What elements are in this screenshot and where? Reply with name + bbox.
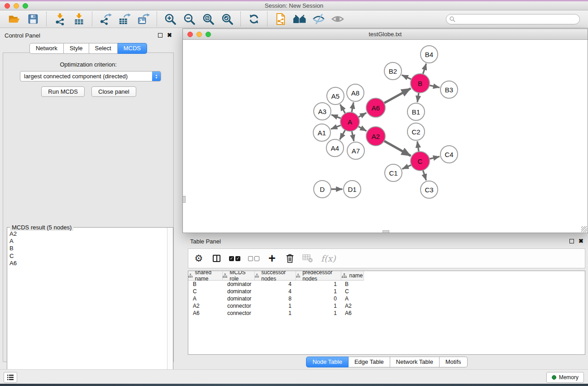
close-panel-button[interactable]: Close panel — [91, 86, 136, 97]
mcds-result-item[interactable]: C — [8, 253, 167, 260]
table-row-A2[interactable]: A2connector11A2 — [188, 302, 585, 310]
tab-node-table[interactable]: Node Table — [306, 357, 349, 367]
desktop-wallpaper-bottom — [0, 384, 588, 386]
graph-node-A7[interactable]: A7 — [347, 142, 365, 160]
tab-mcds[interactable]: MCDS — [118, 43, 147, 54]
graph-node-B4[interactable]: B4 — [420, 45, 438, 63]
export-image-icon[interactable] — [136, 12, 151, 26]
home-layout-icon[interactable] — [292, 12, 307, 26]
mcds-result-item[interactable]: A2 — [8, 230, 167, 238]
cell-shared-name: C — [188, 288, 223, 295]
graph-node-C3[interactable]: C3 — [420, 181, 438, 199]
graph-node-D1[interactable]: D1 — [343, 180, 361, 198]
column-header-predecessor-nodes[interactable]: predecessor nodes — [296, 271, 341, 281]
table-row-B[interactable]: Bdominator41B — [188, 281, 585, 288]
cell-predecessor-nodes: 0 — [296, 295, 341, 302]
tab-network[interactable]: Network — [29, 43, 64, 54]
select-all-icon[interactable]: ✓✓ — [229, 252, 240, 265]
task-history-button[interactable] — [4, 372, 17, 383]
graph-node-B3[interactable]: B3 — [440, 81, 458, 99]
export-network-icon[interactable] — [98, 12, 113, 26]
deselect-all-icon[interactable] — [248, 252, 259, 265]
result-scrollbar[interactable] — [167, 228, 173, 384]
graph-node-B2[interactable]: B2 — [384, 62, 402, 80]
float-panel-icon[interactable] — [158, 33, 163, 38]
graph-node-A1[interactable]: A1 — [313, 124, 331, 142]
column-header-successor-nodes[interactable]: successor nodes — [255, 271, 296, 281]
search-icon — [449, 16, 455, 22]
graph-node-A[interactable]: A — [340, 112, 360, 132]
add-column-icon[interactable]: + — [267, 252, 277, 265]
graph-node-A2[interactable]: A2 — [366, 126, 386, 146]
function-builder-icon[interactable]: f(x) — [321, 252, 336, 265]
run-mcds-button[interactable]: Run MCDS — [41, 86, 85, 97]
network-canvas[interactable]: B4B2BB3A5A8A6A3B1AA1C2A2A4A7C4CC1C3DD1 — [183, 40, 588, 233]
memory-button[interactable]: Memory — [546, 372, 584, 383]
toolbar-separator — [46, 12, 47, 26]
show-details-eye-icon[interactable] — [330, 12, 345, 26]
table-row-A[interactable]: Adominator80A — [188, 295, 585, 302]
graph-node-B[interactable]: B — [410, 73, 430, 93]
hide-details-eye-icon[interactable] — [311, 12, 326, 26]
float-table-panel-icon[interactable] — [569, 239, 574, 243]
memory-status-icon — [552, 375, 556, 380]
save-session-icon[interactable] — [26, 12, 40, 26]
search-field[interactable] — [446, 14, 580, 24]
tab-network-table[interactable]: Network Table — [390, 357, 440, 367]
gear-icon[interactable]: ⚙ — [194, 252, 204, 265]
graph-node-A3[interactable]: A3 — [313, 102, 331, 120]
table-row-C[interactable]: Cdominator41C — [188, 288, 585, 295]
table-row-A6[interactable]: A6connector11A6 — [188, 310, 585, 317]
vertical-scroll-thumb[interactable] — [183, 196, 186, 203]
show-columns-icon[interactable] — [211, 252, 221, 265]
column-header-name[interactable]: name — [341, 271, 364, 281]
cell-shared-name: A6 — [188, 310, 223, 316]
refresh-icon[interactable] — [247, 12, 261, 26]
tab-select[interactable]: Select — [89, 43, 118, 54]
tab-style[interactable]: Style — [64, 43, 89, 54]
table-panel-title: Table Panel — [190, 238, 221, 245]
tab-motifs[interactable]: Motifs — [440, 357, 468, 367]
cell-successor-nodes: 1 — [255, 303, 296, 309]
graph-node-C2[interactable]: C2 — [407, 123, 425, 141]
graph-node-A4[interactable]: A4 — [326, 139, 344, 157]
import-table-icon[interactable] — [72, 12, 86, 26]
window-resize-grip[interactable] — [581, 226, 587, 232]
mcds-result-item[interactable]: A6 — [8, 260, 167, 267]
graph-node-A6[interactable]: A6 — [366, 98, 386, 118]
mcds-result-title: MCDS result (5 nodes) — [10, 224, 73, 231]
close-panel-icon[interactable]: ✖ — [167, 33, 172, 38]
cell-predecessor-nodes: 1 — [296, 281, 341, 287]
criterion-dropdown[interactable]: largest connected component (directed) ▲… — [20, 71, 161, 81]
graph-node-D[interactable]: D — [313, 180, 331, 198]
graph-node-B1[interactable]: B1 — [407, 103, 425, 121]
zoom-out-icon[interactable] — [182, 12, 196, 26]
open-session-icon[interactable] — [7, 12, 21, 26]
dropdown-stepper-icon: ▲▼ — [152, 71, 161, 81]
horizontal-scroll-thumb[interactable] — [382, 230, 389, 233]
export-table-icon[interactable] — [117, 12, 132, 26]
new-network-file-icon[interactable] — [273, 12, 288, 26]
zoom-fit-icon[interactable] — [201, 12, 215, 26]
graph-node-C1[interactable]: C1 — [384, 164, 402, 182]
cell-predecessor-nodes: 1 — [296, 303, 341, 309]
mcds-result-item[interactable]: A — [8, 238, 167, 245]
zoom-selected-icon[interactable] — [220, 12, 234, 26]
close-table-panel-icon[interactable]: ✖ — [578, 239, 583, 243]
search-input[interactable] — [455, 15, 579, 23]
network-window-title: testGlobe.txt — [183, 31, 588, 38]
graph-node-A8[interactable]: A8 — [346, 84, 364, 102]
cell-successor-nodes: 4 — [255, 288, 296, 295]
tab-edge-table[interactable]: Edge Table — [349, 357, 390, 367]
column-header-MCDS-role[interactable]: MCDS role — [223, 271, 255, 281]
graph-node-C[interactable]: C — [410, 151, 430, 171]
network-window-titlebar[interactable]: testGlobe.txt — [183, 29, 588, 40]
column-header-shared-name[interactable]: shared name — [188, 271, 223, 281]
graph-node-C4[interactable]: C4 — [440, 145, 458, 163]
import-network-icon[interactable] — [53, 12, 67, 26]
graph-node-A5[interactable]: A5 — [326, 87, 344, 105]
delete-column-icon[interactable] — [285, 252, 295, 265]
delete-table-icon[interactable] — [302, 252, 313, 265]
mcds-result-item[interactable]: B — [8, 245, 167, 252]
zoom-in-icon[interactable] — [163, 12, 177, 26]
